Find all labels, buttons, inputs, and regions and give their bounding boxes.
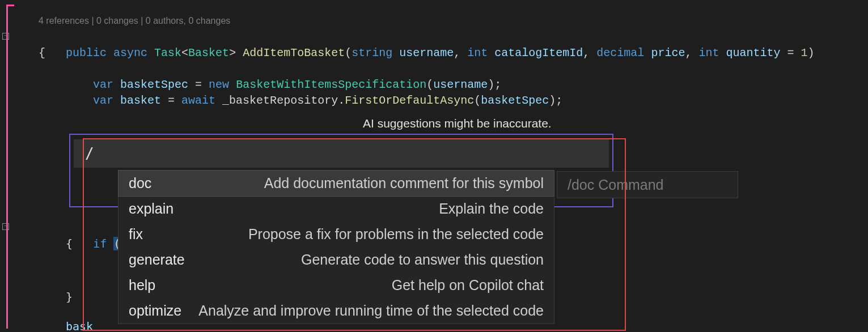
suggestion-description: Analyze and improve running time of the … (198, 303, 544, 319)
suggestion-help[interactable]: helpGet help on Copilot chat (118, 273, 554, 298)
suggestion-description: Get help on Copilot chat (392, 277, 544, 293)
suggestion-command-label: help (129, 277, 155, 293)
code-line-if[interactable]: if ( (66, 220, 120, 267)
suggestion-generate[interactable]: generateGenerate code to answer this que… (118, 247, 554, 273)
suggestion-command-label: optimize (129, 303, 181, 319)
suggestion-fix[interactable]: fixPropose a fix for problems in the sel… (118, 222, 554, 247)
suggestion-explain[interactable]: explainExplain the code (118, 196, 554, 222)
suggestion-command-label: explain (129, 201, 173, 217)
suggestion-command-label: generate (129, 252, 185, 268)
ai-disclaimer: AI suggestions might be inaccurate. (363, 117, 552, 130)
code-line-brace[interactable]: { (39, 45, 45, 61)
suggestion-optimize[interactable]: optimizeAnalyze and improve running time… (118, 298, 554, 324)
suggestion-description: Generate code to answer this question (301, 252, 544, 268)
suggestion-description: Add documentation comment for this symbo… (264, 175, 544, 191)
suggestion-command-label: doc (129, 175, 151, 191)
suggestion-command-label: fix (129, 226, 143, 242)
code-line-brace-open[interactable]: { (66, 236, 73, 252)
code-line-brace-close[interactable]: } (66, 289, 73, 305)
command-tooltip: /doc Command (557, 171, 738, 198)
inline-chat-text: / (85, 145, 94, 162)
suggestion-doc[interactable]: docAdd documentation comment for this sy… (118, 171, 554, 196)
code-line-basketspec[interactable]: var basketSpec = new BasketWithItemsSpec… (66, 61, 501, 77)
scope-bracket (6, 5, 14, 329)
code-line-signature[interactable]: public async Task<Basket> AddItemToBaske… (39, 29, 815, 45)
suggestion-description: Explain the code (439, 201, 544, 217)
codelens-info[interactable]: 4 references | 0 changes | 0 authors, 0 … (39, 16, 230, 26)
suggestion-description: Propose a fix for problems in the select… (248, 226, 544, 242)
inline-chat-input[interactable]: / (74, 139, 609, 168)
command-suggestions: docAdd documentation comment for this sy… (118, 170, 554, 324)
code-line-bask[interactable]: bask (66, 318, 93, 332)
code-line-basket[interactable]: var basket = await _basketRepository.Fir… (66, 77, 562, 93)
